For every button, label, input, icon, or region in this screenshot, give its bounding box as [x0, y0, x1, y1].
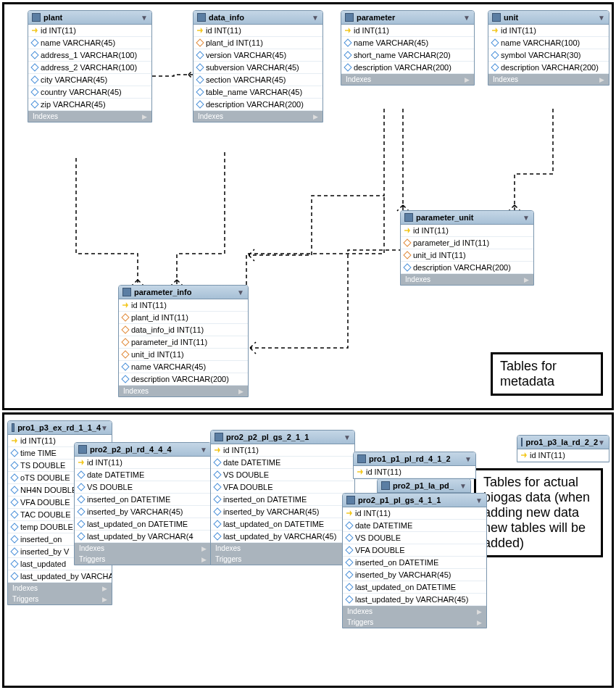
attr-icon — [121, 362, 129, 370]
indexes-footer[interactable]: Indexes▶ — [211, 543, 354, 554]
table-header[interactable]: pro2_p2_pl_rd_4_4_4▼ — [75, 443, 211, 457]
table-header[interactable]: pro2_p2_pl_gs_2_1_1▼ — [211, 431, 354, 444]
attr-icon — [403, 263, 411, 271]
table-header[interactable]: pro1_p3_la_rd_2_2▼ — [517, 436, 609, 449]
table-header[interactable]: parameter_info▼ — [119, 286, 248, 299]
collapse-arrow-icon[interactable]: ▼ — [598, 14, 605, 22]
column-text: address_1 VARCHAR(100) — [41, 51, 137, 59]
column-row: inserted_by VARCHAR(45) — [211, 506, 354, 518]
column-list: id INT(11) — [354, 466, 475, 478]
table-title: pro2_p1_la_pd_ — [393, 481, 454, 490]
column-text: description VARCHAR(200) — [501, 63, 599, 72]
indexes-footer[interactable]: Indexes▶ — [341, 74, 474, 85]
column-row: VS DOUBLE — [343, 532, 486, 544]
attr-icon — [10, 498, 18, 506]
collapse-arrow-icon[interactable]: ▼ — [465, 455, 472, 463]
table-parameter-info: parameter_info▼ id INT(11)plant_id INT(1… — [118, 285, 249, 397]
column-list: id INT(11)name VARCHAR(100)symbol VARCHA… — [488, 25, 609, 74]
indexes-footer[interactable]: Indexes▶ — [488, 74, 609, 85]
column-text: inserted_on DATETIME — [87, 495, 170, 504]
attr-icon — [30, 100, 38, 108]
attr-icon — [77, 532, 85, 540]
column-text: id INT(11) — [206, 26, 241, 35]
table-header[interactable]: data_info▼ — [193, 11, 322, 25]
attr-icon — [30, 38, 38, 46]
indexes-footer[interactable]: Indexes▶ — [343, 606, 486, 617]
triggers-footer[interactable]: Triggers▶ — [8, 594, 112, 604]
indexes-footer[interactable]: Indexes▶ — [28, 111, 151, 122]
table-biogas-2: pro2_p2_pl_rd_4_4_4▼ id INT(11)date DATE… — [74, 442, 212, 565]
attr-icon — [77, 520, 85, 528]
column-text: zip VARCHAR(45) — [41, 100, 106, 109]
triggers-footer[interactable]: Triggers▶ — [343, 617, 486, 628]
indexes-footer[interactable]: Indexes▶ — [8, 583, 112, 594]
table-header[interactable]: pro2_p1_pl_gs_4_1_1▼ — [343, 494, 486, 507]
table-data-info: data_info▼ id INT(11)plant_id INT(11)ver… — [193, 10, 323, 122]
metadata-label: Tables for metadata — [491, 352, 603, 396]
column-text: plant_id INT(11) — [206, 38, 263, 47]
attr-icon — [10, 560, 18, 568]
attr-icon — [10, 523, 18, 531]
column-row: last_updated_on DATETIME — [75, 518, 211, 531]
column-text: last_updated_by VARCHAR(45) — [223, 532, 336, 541]
column-text: short_name VARCHAR(20) — [354, 51, 451, 59]
table-title: data_info — [209, 13, 244, 22]
column-text: id INT(11) — [354, 26, 389, 35]
column-row: id INT(11) — [488, 25, 609, 37]
collapse-arrow-icon[interactable]: ▼ — [459, 482, 467, 490]
attr-icon — [10, 449, 18, 457]
table-header[interactable]: unit▼ — [488, 11, 609, 25]
collapse-arrow-icon[interactable]: ▼ — [237, 288, 244, 296]
collapse-arrow-icon[interactable]: ▼ — [312, 14, 319, 22]
collapse-arrow-icon[interactable]: ▼ — [523, 214, 530, 222]
triggers-footer[interactable]: Triggers▶ — [211, 554, 354, 565]
key-icon — [404, 228, 410, 233]
attr-icon — [213, 520, 221, 528]
column-text: parameter_id INT(11) — [413, 238, 489, 247]
column-text: symbol VARCHAR(30) — [501, 51, 580, 59]
table-icon — [492, 13, 501, 22]
collapse-arrow-icon[interactable]: ▼ — [598, 438, 605, 446]
attr-icon — [213, 507, 221, 515]
collapse-arrow-icon[interactable]: ▼ — [101, 424, 108, 432]
table-unit: unit▼ id INT(11)name VARCHAR(100)symbol … — [488, 10, 609, 86]
indexes-footer[interactable]: Indexes▶ — [401, 274, 533, 285]
table-header[interactable]: plant▼ — [28, 11, 151, 25]
table-title: pro1_p3_la_rd_2_2 — [525, 438, 598, 446]
table-header[interactable]: parameter▼ — [341, 11, 474, 25]
column-text: VFA DOUBLE — [20, 498, 70, 507]
table-header[interactable]: pro1_p3_ex_rd_1_1_4▼ — [8, 421, 112, 435]
key-icon — [357, 469, 363, 475]
attr-icon — [196, 88, 204, 96]
column-text: VS DOUBLE — [223, 470, 269, 479]
table-header[interactable]: pro1_p1_pl_rd_4_1_2▼ — [354, 452, 475, 466]
attr-icon — [345, 570, 353, 578]
column-text: description VARCHAR(200) — [131, 375, 229, 383]
column-text: id INT(11) — [366, 467, 401, 476]
column-row: section VARCHAR(45) — [193, 74, 322, 86]
collapse-arrow-icon[interactable]: ▼ — [200, 446, 207, 454]
indexes-footer[interactable]: Indexes▶ — [119, 386, 248, 396]
column-text: address_2 VARCHAR(100) — [41, 63, 137, 72]
attr-icon — [30, 88, 38, 96]
column-row: last_updated_on DATETIME — [211, 518, 354, 531]
triggers-footer[interactable]: Triggers▶ — [75, 554, 211, 565]
column-row: id INT(11) — [28, 25, 151, 37]
attr-icon — [345, 546, 353, 554]
column-row: table_name VARCHAR(45) — [193, 86, 322, 99]
column-row: description VARCHAR(200) — [119, 373, 248, 386]
table-title: parameter — [357, 13, 395, 22]
indexes-footer[interactable]: Indexes▶ — [193, 111, 322, 122]
column-row: description VARCHAR(200) — [401, 262, 533, 274]
attr-icon — [77, 507, 85, 515]
table-header[interactable]: parameter_unit▼ — [401, 211, 533, 225]
table-header[interactable]: pro2_p1_la_pd_▼ — [378, 479, 470, 493]
collapse-arrow-icon[interactable]: ▼ — [141, 14, 148, 22]
column-row: inserted_on DATETIME — [343, 557, 486, 569]
collapse-arrow-icon[interactable]: ▼ — [344, 433, 351, 441]
column-row: last_updated_by VARCHAR(4 — [75, 531, 211, 543]
indexes-footer[interactable]: Indexes▶ — [75, 543, 211, 554]
collapse-arrow-icon[interactable]: ▼ — [463, 14, 470, 22]
collapse-arrow-icon[interactable]: ▼ — [475, 496, 483, 504]
attr-icon — [345, 558, 353, 566]
